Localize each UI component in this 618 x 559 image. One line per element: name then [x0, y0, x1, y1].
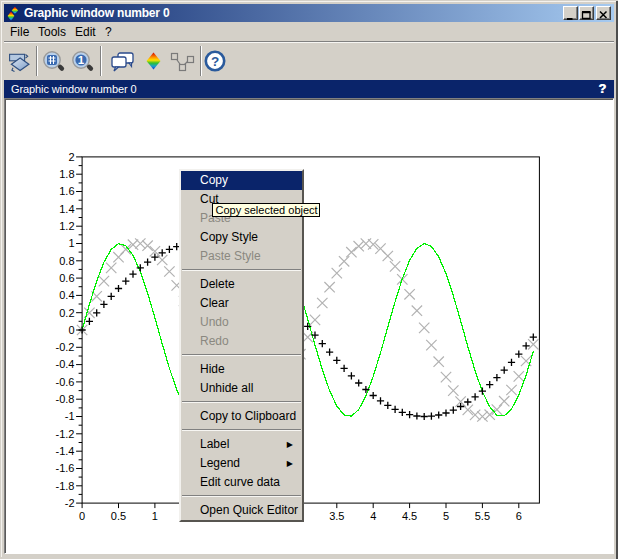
svg-text:1.8: 1.8 — [59, 168, 74, 180]
svg-text:-0.4: -0.4 — [56, 358, 75, 370]
svg-text:-1.2: -1.2 — [56, 428, 75, 440]
svg-text:0.5: 0.5 — [111, 510, 126, 522]
svg-text:0: 0 — [68, 324, 74, 336]
svg-text:1.4: 1.4 — [59, 203, 74, 215]
svg-text:-2: -2 — [65, 497, 75, 509]
svg-text:1: 1 — [68, 237, 74, 249]
svg-text:0: 0 — [79, 510, 85, 522]
svg-text:5.5: 5.5 — [475, 510, 490, 522]
svg-text:4: 4 — [370, 510, 376, 522]
svg-text:-1.6: -1.6 — [56, 462, 75, 474]
svg-text:1.6: 1.6 — [59, 185, 74, 197]
svg-text:0.4: 0.4 — [59, 289, 74, 301]
svg-text:0.2: 0.2 — [59, 307, 74, 319]
svg-text:0.6: 0.6 — [59, 272, 74, 284]
svg-text:-0.6: -0.6 — [56, 376, 75, 388]
svg-text:-1: -1 — [65, 410, 75, 422]
svg-text:5: 5 — [443, 510, 449, 522]
svg-text:-0.8: -0.8 — [56, 393, 75, 405]
svg-text:4.5: 4.5 — [402, 510, 417, 522]
svg-text:-1.8: -1.8 — [56, 480, 75, 492]
svg-text:1: 1 — [152, 510, 158, 522]
svg-text:6: 6 — [516, 510, 522, 522]
svg-text:2: 2 — [68, 151, 74, 163]
svg-text:-1.4: -1.4 — [56, 445, 75, 457]
svg-text:3.5: 3.5 — [329, 510, 344, 522]
svg-text:1.2: 1.2 — [59, 220, 74, 232]
svg-text:0.8: 0.8 — [59, 255, 74, 267]
svg-text:-0.2: -0.2 — [56, 341, 75, 353]
